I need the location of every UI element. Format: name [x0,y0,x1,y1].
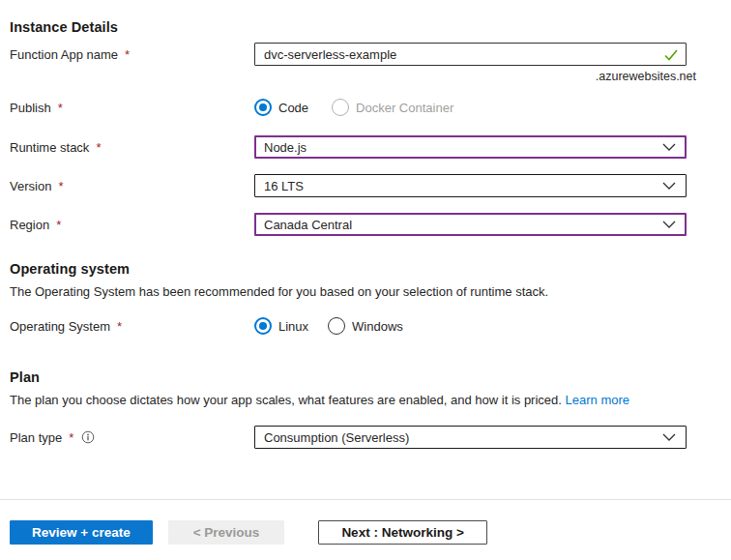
chevron-down-icon [662,221,676,228]
publish-docker-radio: Docker Container [332,99,453,116]
publish-docker-label: Docker Container [356,101,453,115]
required-asterisk: * [58,179,63,193]
chevron-down-icon [662,143,676,151]
radio-selected-icon[interactable] [254,99,272,116]
previous-button[interactable]: < Previous [168,520,285,545]
operating-system-row: Operating System* Linux Windows [10,317,731,335]
plan-type-dropdown[interactable]: Consumption (Serverless) [254,426,687,449]
create-function-app-form: Instance Details Function App name* dvc-… [0,0,731,545]
review-create-button[interactable]: Review + create [10,520,153,545]
region-value: Canada Central [264,218,352,232]
os-windows-label: Windows [352,319,403,334]
operating-system-heading: Operating system [10,261,731,277]
os-windows-radio[interactable]: Windows [328,317,403,335]
runtime-stack-value: Node.js [264,140,307,155]
version-row: Version* 16 LTS [10,174,731,197]
plan-heading: Plan [10,369,731,385]
function-app-name-value: dvc-serverless-example [264,47,396,62]
radio-disabled-icon [332,99,349,116]
runtime-stack-row: Runtime stack* Node.js [10,135,731,159]
footer-actions: Review + create < Previous Next : Networ… [0,520,731,545]
info-icon[interactable] [81,430,95,444]
region-row: Region* Canada Central [10,213,731,236]
required-asterisk: * [117,319,122,334]
os-linux-label: Linux [278,319,308,334]
function-app-name-input[interactable]: dvc-serverless-example [254,43,687,66]
required-asterisk: * [58,101,63,115]
chevron-down-icon [662,182,676,190]
required-asterisk: * [125,47,130,62]
next-networking-button[interactable]: Next : Networking > [318,520,486,545]
required-asterisk: * [56,218,61,232]
version-value: 16 LTS [264,179,304,193]
domain-suffix: .azurewebsites.net [264,70,696,83]
publish-code-radio[interactable]: Code [254,99,308,116]
footer-divider [0,499,731,500]
operating-system-description: The Operating System has been recommende… [10,284,731,300]
required-asterisk: * [96,140,101,155]
runtime-stack-label: Runtime stack* [10,140,254,155]
region-dropdown[interactable]: Canada Central [254,213,687,236]
publish-row: Publish* Code Docker Container [10,99,731,116]
radio-selected-icon[interactable] [254,317,272,335]
plan-description: The plan you choose dictates how your ap… [10,393,731,408]
valid-check-icon [664,49,678,64]
plan-type-row: Plan type* Consumption (Serverless) [10,426,731,449]
publish-code-label: Code [278,101,308,115]
publish-label: Publish* [10,101,254,115]
chevron-down-icon [662,433,676,441]
function-app-name-label: Function App name* [10,47,254,62]
learn-more-link[interactable]: Learn more [566,393,629,407]
plan-description-text: The plan you choose dictates how your ap… [10,393,562,407]
plan-type-value: Consumption (Serverless) [264,430,409,445]
version-dropdown[interactable]: 16 LTS [254,174,687,197]
required-asterisk: * [69,430,73,445]
version-label: Version* [10,179,254,193]
plan-type-label: Plan type* [10,430,254,445]
runtime-stack-dropdown[interactable]: Node.js [254,135,687,159]
region-label: Region* [10,218,254,232]
radio-unselected-icon[interactable] [328,317,345,335]
instance-details-heading: Instance Details [10,19,731,35]
function-app-name-row: Function App name* dvc-serverless-exampl… [10,43,731,66]
os-linux-radio[interactable]: Linux [254,317,308,335]
operating-system-label: Operating System* [10,319,254,334]
